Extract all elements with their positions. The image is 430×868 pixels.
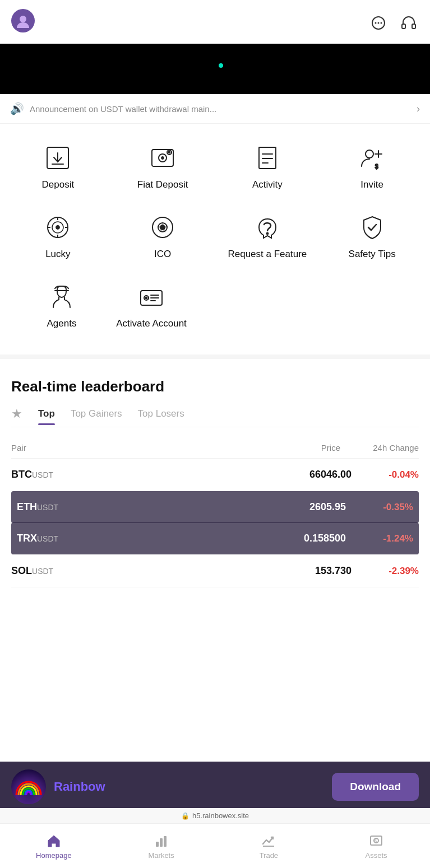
change-trx: -1.24% — [357, 533, 413, 544]
request-feature-icon — [252, 212, 283, 242]
deposit-label: Deposit — [42, 179, 75, 191]
avatar[interactable] — [11, 9, 40, 38]
svg-point-3 — [378, 22, 380, 24]
leaderboard-section: Real-time leaderboard ★ Top Top Gainers … — [0, 365, 430, 587]
trade-nav-label: Trade — [260, 851, 278, 860]
menu-item-deposit[interactable]: Deposit — [13, 135, 103, 199]
menu-item-request-feature[interactable]: Request a Feature — [223, 204, 312, 268]
download-button[interactable]: Download — [332, 773, 419, 801]
change-eth: -0.35% — [357, 502, 413, 513]
section-divider — [0, 354, 430, 359]
change-sol: -2.39% — [363, 566, 419, 577]
safety-tips-label: Safety Tips — [349, 248, 396, 260]
svg-point-4 — [381, 22, 382, 24]
pair-quote-eth: USDT — [37, 503, 58, 512]
deposit-icon — [43, 143, 73, 173]
col-header-price: Price — [321, 443, 340, 452]
chat-icon[interactable] — [368, 13, 389, 34]
leaderboard-title: Real-time leaderboard — [11, 378, 419, 395]
pair-btc: BTCUSDT — [11, 469, 309, 480]
lucky-icon — [43, 212, 73, 242]
menu-item-invite[interactable]: $ Invite — [327, 135, 417, 199]
pair-base-eth: ETH — [17, 501, 37, 512]
rainbow-logo — [11, 769, 46, 804]
pair-eth: ETHUSDT — [17, 501, 309, 513]
lucky-label: Lucky — [45, 248, 70, 260]
pair-base-sol: SOL — [11, 565, 32, 576]
table-row-sol[interactable]: SOLUSDT 153.730 -2.39% — [11, 555, 419, 587]
menu-row-1: Deposit Fiat Deposit — [6, 135, 424, 199]
markets-nav-label: Markets — [149, 851, 174, 860]
star-icon[interactable]: ★ — [11, 407, 22, 426]
rainbow-arc-svg — [14, 780, 43, 796]
agents-icon — [47, 282, 77, 312]
invite-icon: $ — [357, 143, 387, 173]
svg-point-33 — [160, 225, 165, 230]
menu-row-3: Agents Activate Account — [6, 274, 424, 338]
svg-point-34 — [266, 233, 268, 235]
svg-text:$: $ — [374, 839, 377, 843]
svg-point-13 — [169, 152, 170, 153]
svg-point-2 — [375, 22, 377, 24]
price-btc: 66046.00 — [309, 469, 352, 480]
pair-quote-btc: USDT — [32, 470, 53, 479]
header-icons — [368, 13, 419, 34]
svg-point-37 — [146, 297, 147, 299]
menu-item-agents[interactable]: Agents — [17, 274, 107, 338]
svg-rect-42 — [160, 838, 163, 847]
headphone-icon[interactable] — [399, 13, 419, 34]
svg-rect-41 — [156, 842, 159, 847]
lock-icon: 🔒 — [181, 812, 189, 820]
header — [0, 0, 430, 44]
url-text: h5.rainbowex.site — [192, 811, 249, 820]
nav-item-markets[interactable]: Markets — [139, 832, 184, 860]
homepage-nav-label: Homepage — [36, 851, 72, 860]
table-row-btc[interactable]: BTCUSDT 66046.00 -0.04% — [11, 459, 419, 491]
price-eth: 2605.95 — [309, 501, 346, 513]
menu-item-ico[interactable]: ICO — [118, 204, 207, 268]
tab-top-losers[interactable]: Top Losers — [138, 408, 184, 424]
rainbow-logo-wrap: Rainbow — [11, 769, 105, 804]
activity-label: Activity — [252, 179, 283, 191]
chevron-right-icon: › — [417, 103, 420, 115]
table-row-trx[interactable]: TRXUSDT 0.158500 -1.24% — [11, 522, 419, 555]
menu-item-safety-tips[interactable]: Safety Tips — [327, 204, 417, 268]
svg-point-19 — [366, 150, 373, 158]
menu-item-lucky[interactable]: Lucky — [13, 204, 103, 268]
request-feature-label: Request a Feature — [228, 248, 307, 260]
pair-base-btc: BTC — [11, 469, 32, 480]
homepage-icon — [45, 832, 62, 849]
menu-item-activity[interactable]: Activity — [223, 135, 312, 199]
col-header-pair: Pair — [11, 443, 321, 452]
tab-top[interactable]: Top — [38, 408, 55, 424]
nav-item-assets[interactable]: $ Assets — [354, 832, 399, 860]
banner — [0, 44, 430, 94]
pair-quote-trx: USDT — [37, 534, 58, 543]
menu-item-activate-account[interactable]: Activate Account — [107, 274, 196, 338]
menu-item-fiat-deposit[interactable]: Fiat Deposit — [118, 135, 207, 199]
assets-icon: $ — [368, 832, 385, 849]
nav-item-trade[interactable]: Trade — [246, 832, 291, 860]
menu-row-2: Lucky ICO Request — [6, 204, 424, 268]
rainbow-brand-text: Rainbow — [54, 780, 105, 794]
agents-label: Agents — [47, 318, 77, 330]
svg-text:$: $ — [375, 164, 378, 170]
nav-item-homepage[interactable]: Homepage — [31, 832, 76, 860]
table-header: Pair Price 24h Change — [11, 437, 419, 459]
rainbow-overlay: Rainbow Download — [0, 762, 430, 812]
announcement-bar[interactable]: 🔊 Announcement on USDT wallet withdrawal… — [0, 94, 430, 124]
announcement-text: Announcement on USDT wallet withdrawal m… — [30, 104, 411, 114]
activity-icon — [252, 143, 283, 173]
invite-label: Invite — [360, 179, 383, 191]
table-row-eth[interactable]: ETHUSDT 2605.95 -0.35% — [11, 491, 419, 524]
activate-account-label: Activate Account — [116, 318, 187, 330]
ico-label: ICO — [154, 248, 171, 260]
price-trx: 0.158500 — [304, 533, 346, 544]
price-sol: 153.730 — [315, 565, 352, 577]
tab-top-gainers[interactable]: Top Gainers — [71, 408, 122, 424]
quick-menu: Deposit Fiat Deposit — [0, 124, 430, 349]
ico-icon — [147, 212, 178, 242]
url-bar: 🔒 h5.rainbowex.site — [0, 808, 430, 823]
svg-rect-6 — [412, 24, 415, 29]
svg-point-0 — [20, 16, 26, 22]
